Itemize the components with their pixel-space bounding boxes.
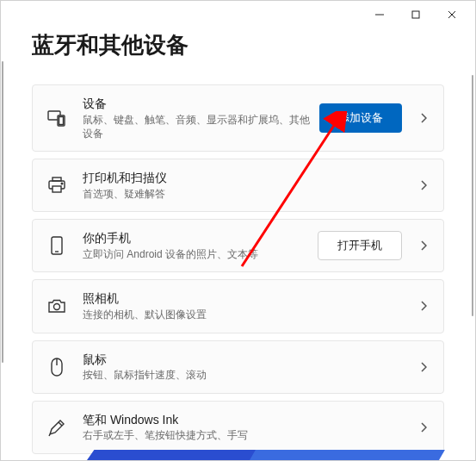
chevron-right-icon [416,238,431,253]
scrollbar-left[interactable] [2,61,3,363]
card-sub: 鼠标、键盘、触笔、音频、显示器和扩展坞、其他设备 [83,113,319,140]
chevron-right-icon [416,359,431,375]
printer-icon [45,173,69,197]
card-texts: 照相机 连接的相机、默认图像设置 [83,290,411,321]
card-sub: 连接的相机、默认图像设置 [83,308,411,321]
card-texts: 设备 鼠标、键盘、触笔、音频、显示器和扩展坞、其他设备 [83,96,319,140]
card-sub: 立即访问 Android 设备的照片、文本等 [83,247,318,261]
card-title: 打印机和扫描仪 [83,170,411,186]
card-actions: 添加设备 [319,103,431,133]
card-texts: 笔和 Windows Ink 右手或左手、笔按钮快捷方式、手写 [83,412,411,443]
add-device-button[interactable]: 添加设备 [319,103,402,133]
chevron-right-icon [416,298,431,314]
chevron-right-icon [416,178,431,193]
page-title: 蓝牙和其他设备 [32,30,444,60]
titlebar [1,1,475,28]
maximize-button[interactable] [398,2,434,28]
card-title: 你的手机 [83,230,318,246]
taskbar-edge [1,450,475,460]
card-devices[interactable]: 设备 鼠标、键盘、触笔、音频、显示器和扩展坞、其他设备 添加设备 [32,84,444,152]
card-actions [411,178,431,193]
card-printers[interactable]: 打印机和扫描仪 首选项、疑难解答 [32,159,444,212]
content-area: 设备 鼠标、键盘、触笔、音频、显示器和扩展坞、其他设备 添加设备 [1,72,475,461]
card-title: 照相机 [83,290,411,307]
chevron-right-icon [416,420,431,435]
card-actions: 打开手机 [318,231,431,260]
settings-window: 蓝牙和其他设备 设备 鼠标、键盘、触笔、音频、显示器和扩展坞、其他设备 添加设备 [0,0,476,461]
card-texts: 你的手机 立即访问 Android 设备的照片、文本等 [83,230,318,261]
card-actions [411,359,431,375]
svg-rect-0 [412,11,419,18]
page-header: 蓝牙和其他设备 [1,28,475,72]
card-pen[interactable]: 笔和 Windows Ink 右手或左手、笔按钮快捷方式、手写 [32,401,444,454]
card-actions [411,298,431,314]
scrollbar-right[interactable] [472,75,473,316]
devices-icon [45,106,69,130]
card-sub: 右手或左手、笔按钮快捷方式、手写 [83,428,411,442]
card-actions [411,420,431,435]
card-sub: 首选项、疑难解答 [83,187,411,201]
card-texts: 鼠标 按钮、鼠标指针速度、滚动 [83,352,411,383]
mouse-icon [45,355,69,379]
camera-icon [45,294,69,318]
card-title: 笔和 Windows Ink [83,412,411,428]
chevron-right-icon [416,110,431,126]
svg-point-10 [54,304,60,310]
svg-point-7 [61,183,63,184]
card-camera[interactable]: 照相机 连接的相机、默认图像设置 [32,279,444,333]
card-title: 设备 [83,96,319,112]
minimize-button[interactable] [362,2,398,28]
open-phone-button[interactable]: 打开手机 [318,231,402,260]
svg-rect-6 [53,186,61,192]
card-title: 鼠标 [83,352,411,368]
phone-icon [45,234,69,258]
card-mouse[interactable]: 鼠标 按钮、鼠标指针速度、滚动 [32,340,444,394]
card-phone[interactable]: 你的手机 立即访问 Android 设备的照片、文本等 打开手机 [32,219,444,272]
card-sub: 按钮、鼠标指针速度、滚动 [83,368,411,382]
close-button[interactable] [434,2,470,28]
pen-icon [45,415,69,439]
card-texts: 打印机和扫描仪 首选项、疑难解答 [83,170,411,201]
